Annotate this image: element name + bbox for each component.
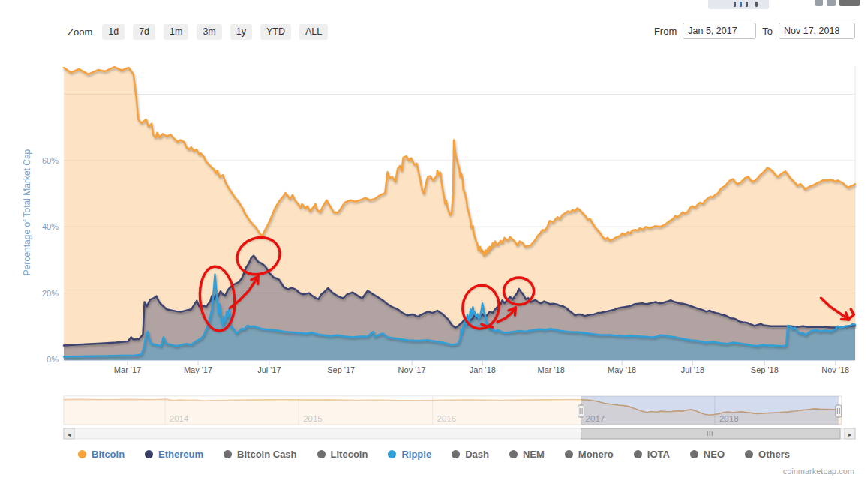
legend: BitcoinEthereumBitcoin CashLitecoinRippl… <box>0 449 868 460</box>
x-axis-label: Nov '17 <box>398 365 426 374</box>
legend-label: NEM <box>523 449 545 460</box>
legend-item-dash[interactable]: Dash <box>452 449 489 460</box>
navigator-selected-range[interactable] <box>581 396 839 425</box>
legend-item-bitcoin[interactable]: Bitcoin <box>78 449 125 460</box>
dominance-chart-app: Zoom 1d7d1m3m1yYTDALL From To 0%20%40%60… <box>0 0 868 484</box>
scrollbar-left-arrow-icon[interactable]: ◂ <box>68 431 71 438</box>
legend-marker <box>565 450 573 458</box>
legend-marker <box>745 450 753 458</box>
legend-marker <box>78 450 86 458</box>
legend-marker <box>452 450 460 458</box>
x-axis-label: May '17 <box>184 365 212 374</box>
legend-item-neo[interactable]: NEO <box>690 449 725 460</box>
series-areas <box>64 67 855 360</box>
legend-marker <box>317 450 326 458</box>
legend-marker <box>634 450 642 458</box>
legend-label: Bitcoin <box>92 449 125 460</box>
legend-label: Dash <box>465 449 489 460</box>
x-axis-label: Jan '18 <box>470 365 496 374</box>
legend-label: Others <box>758 449 790 460</box>
legend-item-bitcoin-cash[interactable]: Bitcoin Cash <box>224 449 296 460</box>
x-axis-label: Nov '18 <box>821 365 849 374</box>
market-cap-dominance-chart: 0%20%40%60%Mar '17May '17Jul '17Sep '17N… <box>0 0 868 484</box>
navigator-right-handle[interactable] <box>836 405 842 417</box>
y-axis-title: Percentage of Total Market Cap <box>22 149 32 275</box>
legend-item-ethereum[interactable]: Ethereum <box>145 449 203 460</box>
y-axis-label: 40% <box>42 222 59 231</box>
legend-marker <box>224 450 232 458</box>
attribution-link[interactable]: coinmarketcap.com <box>783 467 854 476</box>
x-axis-label: Mar '18 <box>537 365 564 374</box>
legend-label: Monero <box>578 449 614 460</box>
legend-marker <box>509 450 518 458</box>
x-axis-label: Jul '17 <box>257 365 281 374</box>
arrow-to-ethereum-jan-2018-peak-head <box>515 308 515 315</box>
x-axis-label: Sep '18 <box>751 365 779 374</box>
navigator[interactable]: 20142015201620172018◂▸ <box>64 396 855 439</box>
legend-item-litecoin[interactable]: Litecoin <box>317 449 368 460</box>
legend-label: Ripple <box>401 449 431 460</box>
legend-label: Bitcoin Cash <box>237 449 296 460</box>
y-axis-label: 60% <box>42 156 59 165</box>
legend-item-monero[interactable]: Monero <box>565 449 614 460</box>
legend-item-others[interactable]: Others <box>745 449 790 460</box>
legend-label: Ethereum <box>158 449 203 460</box>
scrollbar-right-arrow-icon[interactable]: ▸ <box>848 431 851 438</box>
x-axis-label: May '18 <box>608 365 636 374</box>
x-axis-label: Mar '17 <box>114 365 141 374</box>
legend-item-nem[interactable]: NEM <box>509 449 545 460</box>
legend-marker <box>690 450 698 458</box>
y-axis-label: 0% <box>47 355 59 364</box>
legend-marker <box>145 450 153 458</box>
legend-label: IOTA <box>647 449 670 460</box>
legend-marker <box>388 450 396 458</box>
scrollbar-thumb[interactable] <box>581 428 840 439</box>
legend-item-iota[interactable]: IOTA <box>634 449 670 460</box>
y-axis-label: 20% <box>42 289 59 298</box>
x-axis-label: Sep '17 <box>327 365 355 374</box>
legend-label: Litecoin <box>331 449 368 460</box>
legend-item-ripple[interactable]: Ripple <box>388 449 431 460</box>
x-axis-label: Jul '18 <box>681 365 704 374</box>
navigator-left-handle[interactable] <box>578 405 584 417</box>
legend-label: NEO <box>704 449 725 460</box>
navigator-mask-left <box>64 396 581 425</box>
